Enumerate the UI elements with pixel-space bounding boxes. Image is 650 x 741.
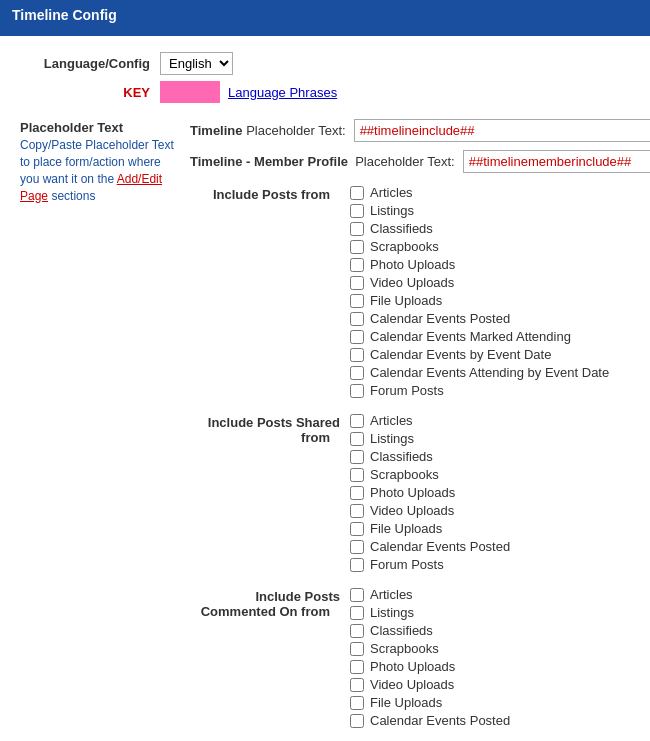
language-config-row: Language/Config English: [20, 52, 630, 75]
checkbox-file-uploads[interactable]: [350, 696, 364, 710]
checkbox-label: Photo Uploads: [370, 659, 455, 674]
checkbox-label: Calendar Events Marked Attending: [370, 329, 571, 344]
checkbox-calendar-events-attending-by-event-date[interactable]: [350, 366, 364, 380]
checkbox-label: File Uploads: [370, 293, 442, 308]
checkbox-label: Calendar Events Attending by Event Date: [370, 365, 609, 380]
checkbox-label: Calendar Events Posted: [370, 713, 510, 728]
placeholder-text-section: Placeholder Text Copy/Paste Placeholder …: [20, 119, 180, 204]
checkbox-scrapbooks[interactable]: [350, 468, 364, 482]
include-posts-commented-on-label: Include Posts Commented On from: [201, 589, 340, 619]
timeline-member-placeholder-row: Timeline - Member Profile Placeholder Te…: [190, 150, 650, 173]
checkbox-listings[interactable]: [350, 606, 364, 620]
checkbox-articles[interactable]: [350, 414, 364, 428]
checkbox-label: Photo Uploads: [370, 485, 455, 500]
language-select[interactable]: English: [160, 52, 233, 75]
include-posts-from-list: ArticlesListingsClassifiedsScrapbooksPho…: [350, 185, 650, 401]
checkbox-video-uploads[interactable]: [350, 276, 364, 290]
list-item: Photo Uploads: [350, 485, 650, 500]
include-posts-shared-from-list: ArticlesListingsClassifiedsScrapbooksPho…: [350, 413, 650, 575]
include-posts-commented-on-label-col: Include Posts Commented On from: [190, 587, 350, 619]
list-item: File Uploads: [350, 521, 650, 536]
title-bar: Timeline Config: [0, 0, 650, 30]
list-item: Calendar Events Posted: [350, 311, 650, 326]
checkbox-forum-posts[interactable]: [350, 558, 364, 572]
checkbox-calendar-events-posted[interactable]: [350, 540, 364, 554]
checkbox-label: Video Uploads: [370, 677, 454, 692]
checkbox-file-uploads[interactable]: [350, 522, 364, 536]
checkbox-calendar-events-marked-attending[interactable]: [350, 330, 364, 344]
list-item: Listings: [350, 203, 650, 218]
list-item: Scrapbooks: [350, 239, 650, 254]
checkbox-label: File Uploads: [370, 695, 442, 710]
language-config-label: Language/Config: [20, 56, 160, 71]
checkbox-listings[interactable]: [350, 432, 364, 446]
list-item: Scrapbooks: [350, 641, 650, 656]
list-item: Articles: [350, 587, 650, 602]
list-item: Video Uploads: [350, 275, 650, 290]
right-content: Timeline Placeholder Text: Timeline - Me…: [180, 119, 650, 741]
language-phrases-link[interactable]: Language Phrases: [228, 85, 337, 100]
checkbox-calendar-events-posted[interactable]: [350, 312, 364, 326]
list-item: Photo Uploads: [350, 257, 650, 272]
checkbox-label: Classifieds: [370, 221, 433, 236]
list-item: Articles: [350, 413, 650, 428]
list-item: Video Uploads: [350, 503, 650, 518]
list-item: Classifieds: [350, 623, 650, 638]
checkbox-articles[interactable]: [350, 588, 364, 602]
checkbox-classifieds[interactable]: [350, 624, 364, 638]
placeholder-text-desc: Copy/Paste Placeholder Text to place for…: [20, 137, 180, 204]
list-item: Calendar Events by Event Date: [350, 347, 650, 362]
timeline-placeholder-label: Timeline Placeholder Text:: [190, 123, 346, 138]
checkbox-label: Articles: [370, 185, 413, 200]
checkbox-label: Classifieds: [370, 623, 433, 638]
checkbox-label: Scrapbooks: [370, 467, 439, 482]
title-bar-label: Timeline Config: [12, 7, 117, 23]
checkbox-label: Forum Posts: [370, 383, 444, 398]
list-item: File Uploads: [350, 293, 650, 308]
list-item: Photo Uploads: [350, 659, 650, 674]
key-label: KEY: [20, 85, 160, 100]
list-item: Classifieds: [350, 449, 650, 464]
checkbox-scrapbooks[interactable]: [350, 240, 364, 254]
checkbox-label: Articles: [370, 413, 413, 428]
list-item: Calendar Events Posted: [350, 539, 650, 554]
left-sidebar: Placeholder Text Copy/Paste Placeholder …: [20, 119, 180, 741]
include-posts-commented-on-section: Include Posts Commented On from Articles…: [190, 587, 650, 731]
checkbox-listings[interactable]: [350, 204, 364, 218]
checkbox-calendar-events-posted[interactable]: [350, 714, 364, 728]
checkbox-classifieds[interactable]: [350, 222, 364, 236]
checkbox-label: Calendar Events Posted: [370, 539, 510, 554]
checkbox-photo-uploads[interactable]: [350, 486, 364, 500]
checkbox-calendar-events-by-event-date[interactable]: [350, 348, 364, 362]
include-posts-from-label: Include Posts from: [213, 187, 340, 202]
checkbox-photo-uploads[interactable]: [350, 258, 364, 272]
list-item: Classifieds: [350, 221, 650, 236]
checkbox-forum-posts[interactable]: [350, 384, 364, 398]
include-posts-shared-from-section: Include Posts Shared from ArticlesListin…: [190, 413, 650, 575]
checkbox-video-uploads[interactable]: [350, 678, 364, 692]
include-posts-from-label-col: Include Posts from: [190, 185, 350, 202]
list-item: Video Uploads: [350, 677, 650, 692]
checkbox-articles[interactable]: [350, 186, 364, 200]
include-posts-commented-on-list: ArticlesListingsClassifiedsScrapbooksPho…: [350, 587, 650, 731]
checkbox-label: Articles: [370, 587, 413, 602]
checkbox-photo-uploads[interactable]: [350, 660, 364, 674]
checkbox-scrapbooks[interactable]: [350, 642, 364, 656]
checkbox-label: Classifieds: [370, 449, 433, 464]
list-item: File Uploads: [350, 695, 650, 710]
include-posts-from-section: Include Posts from ArticlesListingsClass…: [190, 185, 650, 401]
include-posts-shared-from-label: Include Posts Shared from: [208, 415, 340, 445]
include-posts-shared-from-label-col: Include Posts Shared from: [190, 413, 350, 445]
list-item: Listings: [350, 605, 650, 620]
checkbox-classifieds[interactable]: [350, 450, 364, 464]
checkbox-label: Listings: [370, 605, 414, 620]
checkbox-file-uploads[interactable]: [350, 294, 364, 308]
checkbox-video-uploads[interactable]: [350, 504, 364, 518]
checkbox-label: Forum Posts: [370, 557, 444, 572]
list-item: Listings: [350, 431, 650, 446]
timeline-member-placeholder-input[interactable]: [463, 150, 650, 173]
list-item: Forum Posts: [350, 383, 650, 398]
checkbox-label: Calendar Events Posted: [370, 311, 510, 326]
placeholder-text-title: Placeholder Text: [20, 119, 180, 137]
timeline-placeholder-input[interactable]: [354, 119, 650, 142]
